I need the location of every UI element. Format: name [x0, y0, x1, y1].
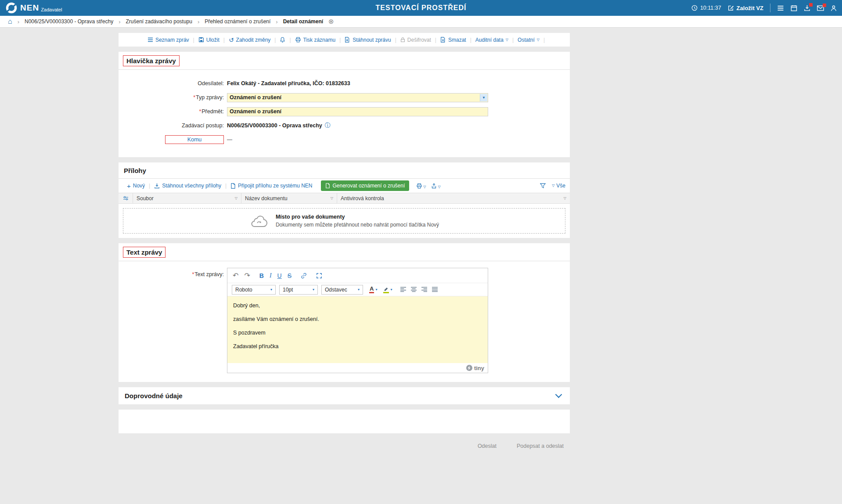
close-tab-icon[interactable]: ⊗: [328, 18, 334, 25]
sender-label: Odesílatel:: [119, 80, 224, 86]
font-size-select[interactable]: 10pt ▾: [279, 285, 318, 295]
discard-changes-button[interactable]: ↺ Zahodit změny: [225, 37, 274, 43]
additional-data-content: [119, 410, 570, 433]
dropdown-triangle-icon: ▽: [552, 184, 554, 187]
breadcrumb-item-contract[interactable]: N006/25/V00003300 - Oprava střechy: [25, 18, 113, 25]
send-button[interactable]: Odeslat: [478, 443, 497, 449]
dropdown-triangle-icon: ▽: [438, 185, 440, 189]
print-attachments-button[interactable]: ▽: [414, 183, 428, 189]
subject-input[interactable]: Oznámení o zrušení: [227, 107, 488, 116]
section-title: Přílohy: [123, 166, 147, 175]
message-line: S pozdravem: [233, 330, 482, 336]
messages-button[interactable]: [817, 5, 824, 11]
save-label: Uložit: [206, 37, 219, 43]
filter-triangle-icon[interactable]: ▽: [331, 196, 333, 200]
column-settings-button[interactable]: [119, 193, 133, 203]
export-attachments-button[interactable]: ▽: [428, 183, 443, 189]
column-header-document-name[interactable]: Název dokumentu ▽: [241, 193, 337, 203]
sender-row: Odesílatel: Felix Okátý - Zadavatel přír…: [119, 76, 570, 90]
sender-value: Felix Okátý - Zadavatel příručka, IČO: 0…: [227, 80, 350, 86]
print-record-label: Tisk záznamu: [303, 37, 336, 43]
session-clock: 10:11:37: [691, 5, 721, 11]
editor-toolbar-primary: ↶ ↷ B I U S: [227, 268, 488, 283]
notifications-bell-button[interactable]: [276, 36, 289, 43]
nen-logo[interactable]: NEN Zadavatel: [5, 2, 62, 14]
message-list-button[interactable]: Seznam zpráv: [144, 37, 193, 43]
block-format-select[interactable]: Odstavec ▾: [321, 285, 363, 295]
generate-cancellation-button[interactable]: Generovat oznámení o zrušení: [321, 180, 410, 191]
other-actions-button[interactable]: Ostatní ▽: [514, 37, 543, 43]
breadcrumb-item-overview[interactable]: Přehled oznámení o zrušení: [205, 18, 270, 25]
procedure-label: Zadávací postup:: [119, 122, 224, 129]
decrypt-button: Dešifrovat: [396, 37, 435, 43]
redo-icon[interactable]: ↷: [244, 271, 250, 280]
message-line: zasíláme Vám oznámení o zrušení.: [233, 316, 482, 322]
dropdown-triangle-icon: ▽: [506, 38, 508, 42]
message-line: Dobrý den,: [233, 302, 482, 309]
tiny-brand-label: tiny: [474, 365, 484, 371]
align-justify-icon[interactable]: [432, 287, 438, 292]
section-title: Doprovodné údaje: [124, 391, 184, 400]
downloads-button[interactable]: [804, 5, 810, 11]
sign-and-send-button[interactable]: Podepsat a odeslat: [517, 443, 564, 449]
fullscreen-icon[interactable]: [316, 273, 322, 279]
print-record-button[interactable]: Tisk záznamu: [291, 37, 340, 43]
profile-button[interactable]: [831, 5, 837, 11]
download-message-button[interactable]: Stáhnout zprávu: [341, 37, 395, 43]
audit-data-button[interactable]: Auditní data ▽: [471, 37, 512, 43]
breadcrumb-item-cancellation[interactable]: Zrušení zadávacího postupu: [126, 18, 192, 25]
rich-text-editor: ↶ ↷ B I U S Roboto ▾: [227, 268, 488, 373]
attachments-title-row: Přílohy: [119, 162, 570, 178]
breadcrumb-separator: ›: [119, 18, 120, 25]
download-all-attachments-button[interactable]: Stáhnout všechny přílohy: [150, 183, 225, 189]
file-dropzone[interactable]: Místo pro vaše dokumenty Dokumenty sem m…: [123, 208, 565, 234]
font-family-select[interactable]: Roboto ▾: [232, 285, 276, 295]
footer-actions: Odeslat Podepsat a odeslat: [119, 439, 570, 449]
menu-button[interactable]: [777, 5, 784, 11]
create-vz-button[interactable]: Založit VZ: [728, 5, 763, 11]
lock-icon: [400, 37, 405, 43]
message-text-row: *Text zprávy: ↶ ↷ B I U S: [119, 261, 570, 382]
italic-button[interactable]: I: [270, 272, 272, 279]
highlight-color-button[interactable]: ▾: [383, 286, 392, 293]
collapse-chevron-icon[interactable]: [555, 391, 562, 398]
attach-from-nen-button[interactable]: Připojit přílohu ze systému NEN: [227, 183, 316, 189]
column-header-file[interactable]: Soubor ▽: [133, 193, 241, 203]
chevron-down-icon[interactable]: ▼: [480, 94, 487, 101]
message-header-form: Odesílatel: Felix Okátý - Zadavatel přír…: [119, 70, 570, 157]
filter-icon[interactable]: [540, 183, 546, 188]
calendar-button[interactable]: [791, 5, 797, 11]
filter-triangle-icon[interactable]: ▽: [564, 196, 566, 200]
chevron-down-icon: ▾: [375, 288, 377, 292]
new-attachment-button[interactable]: + Nový: [123, 183, 149, 189]
logo-text: NEN: [20, 3, 39, 13]
delete-button[interactable]: Smazat: [436, 37, 470, 43]
save-button[interactable]: Uložit: [194, 37, 223, 43]
list-icon: [148, 37, 153, 42]
nen-logo-icon: [5, 2, 18, 14]
view-all-filter[interactable]: ▽ Vše: [552, 183, 565, 189]
message-header-title-row: Hlavička zprávy: [119, 52, 570, 69]
align-left-icon[interactable]: [400, 287, 407, 292]
download-message-label: Stáhnout zprávu: [353, 37, 391, 43]
bold-button[interactable]: B: [259, 272, 264, 279]
column-header-antivirus[interactable]: Antivirová kontrola ▽: [337, 193, 570, 203]
align-center-icon[interactable]: [410, 287, 417, 292]
recipient-link[interactable]: Komu: [165, 135, 224, 144]
link-icon[interactable]: [301, 273, 307, 279]
other-actions-label: Ostatní: [518, 37, 535, 43]
editor-content[interactable]: Dobrý den, zasíláme Vám oznámení o zruše…: [227, 296, 488, 363]
undo-icon[interactable]: ↶: [233, 271, 238, 280]
message-type-select[interactable]: Oznámení o zrušení ▼: [227, 93, 488, 102]
chevron-down-icon: ▾: [390, 288, 392, 292]
home-icon[interactable]: ⌂: [8, 18, 12, 25]
strikethrough-button[interactable]: S: [288, 272, 291, 279]
subject-label: *Předmět:: [119, 108, 224, 115]
message-type-row: *Typ zprávy: Oznámení o zrušení ▼: [119, 90, 570, 104]
info-icon[interactable]: ⓘ: [325, 122, 331, 130]
filter-triangle-icon[interactable]: ▽: [235, 196, 237, 200]
underline-button[interactable]: U: [277, 272, 282, 279]
align-right-icon[interactable]: [421, 287, 428, 292]
dropzone-subtitle: Dokumenty sem můžete přetáhnout nebo nah…: [276, 222, 439, 228]
text-color-button[interactable]: A ▾: [369, 286, 377, 293]
